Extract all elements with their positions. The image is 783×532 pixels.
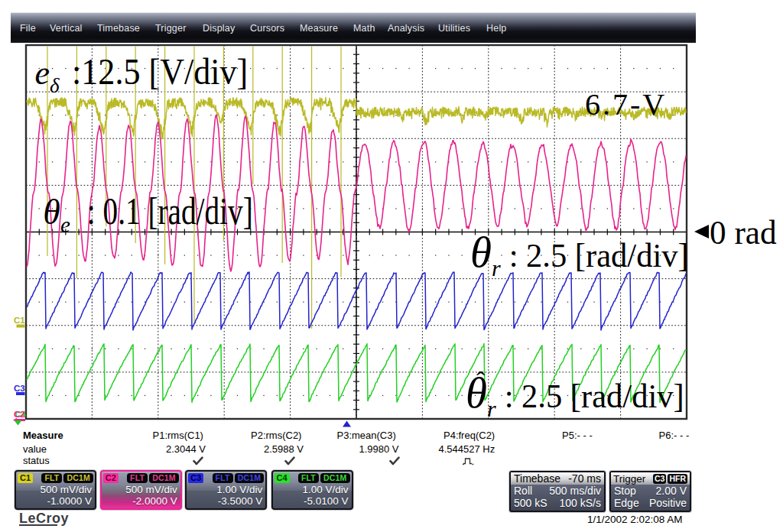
grid-dot-or-tick (237, 302, 238, 303)
grid-dot-or-tick (580, 349, 581, 349)
trigger-box[interactable]: Trigger C3 HFR Stop 2.00 V Edge Positive (609, 471, 691, 512)
grid-dot-or-tick (580, 302, 581, 303)
grid-dot-or-tick (118, 115, 119, 115)
grid-dot-or-tick (317, 68, 317, 69)
grid-dot-or-tick (263, 68, 264, 69)
grid-dot-or-tick (118, 161, 119, 162)
grid-dot-or-tick (607, 302, 608, 303)
channel-c3-badge-dc1m: DC1M (235, 473, 265, 483)
grid-dot-or-tick (250, 255, 251, 255)
grid-dot-or-tick (395, 68, 396, 69)
grid-dot-or-tick (65, 208, 66, 209)
grid-dot-or-tick (52, 68, 53, 69)
grid-dot-or-tick (462, 161, 463, 162)
grid-dot-or-tick (65, 255, 66, 255)
grid-dot-or-tick (184, 395, 185, 396)
trigger-hfr-badge: HFR (668, 474, 687, 484)
grid-dot-or-tick (317, 208, 317, 209)
measure-param-label-p5[interactable]: P5:- - - (562, 430, 593, 441)
grid-dot-or-tick (184, 302, 185, 303)
grid-dot-or-tick (369, 302, 370, 303)
grid-dot-or-tick (633, 302, 634, 303)
grid-dot-or-tick (369, 68, 370, 69)
grid-dot-or-tick (52, 302, 53, 303)
grid-dot-or-tick (607, 161, 608, 162)
grid-dot-or-tick (105, 255, 106, 255)
grid-dot-or-tick (39, 395, 40, 396)
grid-dot-or-tick (607, 349, 608, 349)
measure-row-label-value: value (23, 443, 47, 455)
grid-dot-or-tick (52, 115, 53, 115)
grid-dot-or-tick (462, 349, 463, 349)
grid-dot-or-tick (330, 115, 330, 115)
trigger-row-slope: Edge Positive (611, 497, 690, 509)
grid-dot-or-tick (567, 68, 568, 69)
grid-dot-or-tick (462, 255, 463, 255)
measure-param-label-p1[interactable]: P1:rms(C1) (153, 430, 203, 441)
grid-dot-or-tick (647, 208, 648, 209)
grid-dot-or-tick (567, 302, 568, 303)
channel-box-c4[interactable]: C4FLTDC1M1.00 V/div-5.0100 V (271, 470, 353, 510)
grid-dot-or-tick (105, 161, 106, 162)
annotation-level-6-7-v: 6.7-V (579, 105, 667, 111)
grid-dot-or-tick (263, 208, 264, 209)
grid-dot-or-tick (52, 161, 53, 162)
grid-dot-or-tick (303, 68, 304, 69)
theta-r-symbol: θ (470, 228, 492, 276)
trigger-mode: Stop (614, 485, 636, 497)
grid-dot-or-tick (263, 115, 264, 115)
channel-c1-offset: -1.0000 V (16, 495, 95, 507)
trigger-title: Trigger (613, 473, 645, 485)
channel-c2-badge-flt: FLT (127, 473, 148, 483)
grid-dot-or-tick (369, 349, 370, 349)
grid-dot-or-tick (210, 115, 211, 115)
channel-c3-badge-flt: FLT (213, 473, 233, 483)
grid-dot-or-tick (541, 161, 541, 162)
grid-dot-or-tick (39, 349, 40, 349)
grid-dot-or-tick (593, 208, 594, 209)
channel-chip-c3[interactable]: C3 (188, 473, 203, 483)
grid-dot-or-tick (593, 68, 594, 69)
measure-param-label-p4[interactable]: P4:freq(C2) (443, 430, 495, 441)
e-delta-subscript: δ (50, 74, 60, 97)
grid-dot-or-tick (330, 68, 330, 69)
grid-dot-or-tick (501, 302, 502, 303)
grid-dot-or-tick (647, 161, 648, 162)
grid-dot-or-tick (633, 161, 634, 162)
channel-box-c2[interactable]: C2FLTDC1M500 mV/div-2.0000 V (100, 470, 182, 510)
grid-dot-or-tick (395, 208, 396, 209)
grid-dot-or-tick (171, 161, 171, 162)
grid-dot-or-tick (132, 349, 132, 349)
grid-dot-or-tick (515, 161, 515, 162)
grid-dot-or-tick (593, 161, 594, 162)
timebase-row-mode: Roll 500 ms/div (511, 485, 604, 497)
grid-dot-or-tick (515, 68, 515, 69)
grid-dot-or-tick (673, 161, 674, 162)
channel-chip-c2[interactable]: C2 (103, 473, 119, 483)
grid-dot-or-tick (237, 255, 238, 255)
grid-dot-or-tick (475, 68, 476, 69)
grid-dot-or-tick (277, 161, 278, 162)
channel-chip-c1[interactable]: C1 (18, 473, 33, 483)
grid-dot-or-tick (39, 255, 40, 255)
measure-param-label-p6[interactable]: P6:- - - (659, 430, 690, 441)
grid-dot-or-tick (515, 302, 515, 303)
channel-box-c1[interactable]: C1FLTDC1M500 mV/div-1.0000 V (15, 470, 96, 510)
grid-dot-or-tick (409, 208, 410, 209)
grid-dot-or-tick (184, 115, 185, 115)
grid-dot-or-tick (673, 208, 674, 209)
channel-box-c3[interactable]: C3FLTDC1M1.00 V/div-3.5000 V (185, 470, 267, 510)
channel-c2-offset: -2.0000 V (102, 495, 180, 507)
channel-chip-c4[interactable]: C4 (275, 473, 290, 483)
grid-dot-or-tick (343, 68, 343, 69)
channel-c1-badge-dc1m: DC1M (63, 473, 93, 483)
grid-dot-or-tick (501, 68, 502, 69)
lecroy-logo-text: LeCroy (19, 511, 69, 526)
timebase-box[interactable]: Timebase -70 ms Roll 500 ms/div 500 kS 1… (509, 471, 606, 512)
grid-dot-or-tick (79, 302, 80, 303)
measure-param-label-p3[interactable]: P3:mean(C3) (337, 430, 396, 441)
measure-param-label-p2[interactable]: P2:rms(C2) (251, 430, 301, 441)
grid-dot-or-tick (237, 115, 238, 115)
grid-dot-or-tick (660, 68, 661, 69)
grid-dot-or-tick (541, 208, 541, 209)
